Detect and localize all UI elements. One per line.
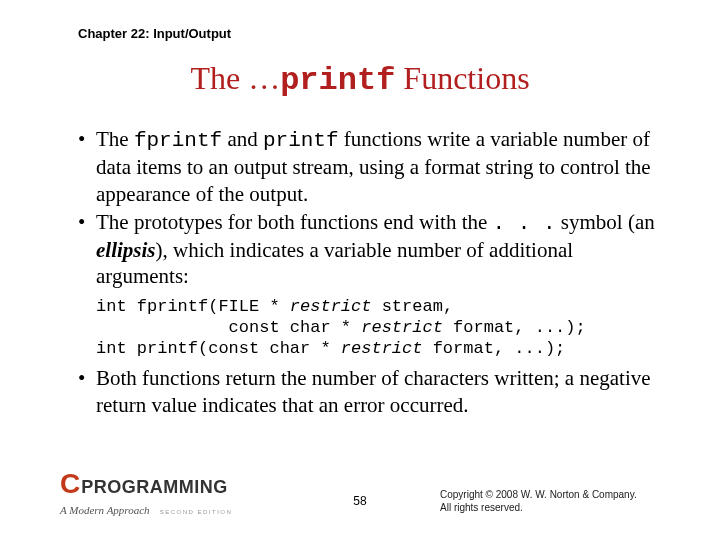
emphasis: ellipsis xyxy=(96,238,156,262)
bullet-text: Both functions return the number of char… xyxy=(96,366,651,416)
text-run: Both functions return the number of char… xyxy=(96,366,651,416)
code-text: format, ...); xyxy=(443,318,586,337)
text-run: and xyxy=(222,127,263,151)
code-keyword-italic: restrict xyxy=(290,297,372,316)
bullet-text: The prototypes for both functions end wi… xyxy=(96,210,655,289)
text-run: ), which indicates a variable number of … xyxy=(96,238,573,288)
code-line: const char * restrict format, ...); xyxy=(96,318,586,337)
code-keyword-italic: restrict xyxy=(341,339,423,358)
bullet-dot-icon: • xyxy=(78,365,85,391)
code-keyword-italic: restrict xyxy=(361,318,443,337)
bullet-item: • Both functions return the number of ch… xyxy=(78,365,662,418)
code-line: int printf(const char * restrict format,… xyxy=(96,339,565,358)
code-block: int fprintf(FILE * restrict stream, cons… xyxy=(96,296,662,360)
text-run: The prototypes for both functions end wi… xyxy=(96,210,493,234)
title-mono: printf xyxy=(280,62,395,99)
footer: C PROGRAMMING A Modern Approach SECOND E… xyxy=(0,478,720,518)
title-pre: The … xyxy=(190,60,280,96)
slide: Chapter 22: Input/Output The …printf Fun… xyxy=(0,0,720,540)
inline-code: printf xyxy=(263,129,339,152)
inline-code: . . . xyxy=(493,212,556,235)
code-line: int fprintf(FILE * restrict stream, xyxy=(96,297,453,316)
copyright-line-2: All rights reserved. xyxy=(440,501,660,514)
book-logo: C PROGRAMMING A Modern Approach SECOND E… xyxy=(60,468,280,518)
chapter-label: Chapter 22: Input/Output xyxy=(78,26,231,41)
text-run: The xyxy=(96,127,134,151)
code-text: format, ...); xyxy=(422,339,565,358)
inline-code: fprintf xyxy=(134,129,222,152)
text-run: symbol (an xyxy=(556,210,655,234)
logo-edition: SECOND EDITION xyxy=(160,509,233,515)
code-text: const char * xyxy=(96,318,361,337)
code-text: int printf(const char * xyxy=(96,339,341,358)
bullet-item: • The prototypes for both functions end … xyxy=(78,209,662,290)
bullet-dot-icon: • xyxy=(78,209,85,235)
copyright: Copyright © 2008 W. W. Norton & Company.… xyxy=(440,488,660,514)
code-text: int fprintf(FILE * xyxy=(96,297,290,316)
bullet-item: • The fprintf and printf functions write… xyxy=(78,126,662,207)
title-post: Functions xyxy=(395,60,529,96)
slide-body: • The fprintf and printf functions write… xyxy=(78,126,662,420)
bullet-text: The fprintf and printf functions write a… xyxy=(96,127,651,206)
code-text: stream, xyxy=(371,297,453,316)
slide-title: The …printf Functions xyxy=(0,60,720,99)
copyright-line-1: Copyright © 2008 W. W. Norton & Company. xyxy=(440,488,660,501)
bullet-dot-icon: • xyxy=(78,126,85,152)
